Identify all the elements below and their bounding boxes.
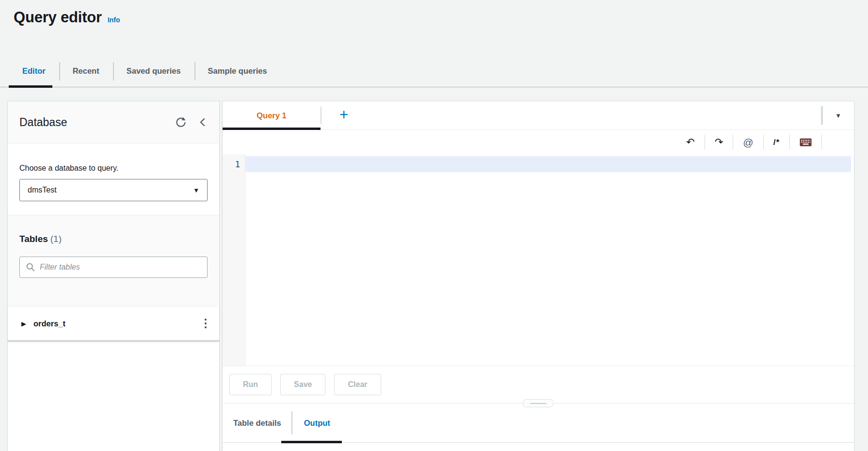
tab-recent[interactable]: Recent — [59, 55, 113, 87]
collapse-panel-button[interactable] — [196, 115, 209, 129]
panel-resize-handle[interactable] — [523, 399, 554, 407]
chevron-down-icon: ▼ — [835, 112, 841, 119]
page-header: Query editor Info — [0, 0, 868, 26]
keyboard-shortcuts-button[interactable] — [800, 138, 812, 146]
editor-toolbar: ↶ ↷ @ /* — [223, 130, 854, 154]
divider — [705, 135, 705, 149]
query-panel: Query 1 + ▼ ↶ ↷ @ /* — [222, 101, 854, 451]
editor-content[interactable] — [245, 154, 854, 366]
active-line-highlight — [245, 156, 851, 172]
comment-icon: /* — [773, 138, 780, 146]
mention-button[interactable]: @ — [743, 137, 753, 147]
filter-tables-input[interactable] — [40, 263, 201, 272]
tab-output[interactable]: Output — [292, 403, 342, 442]
redo-button[interactable]: ↷ — [715, 137, 723, 147]
sql-editor[interactable]: 1 — [223, 154, 854, 366]
filter-tables-box — [19, 257, 208, 278]
database-panel-header: Database — [8, 101, 219, 144]
divider — [821, 106, 823, 125]
add-query-tab-button[interactable]: + — [338, 107, 350, 124]
redo-icon: ↷ — [715, 137, 723, 147]
info-link[interactable]: Info — [108, 16, 120, 24]
line-number: 1 — [235, 160, 240, 169]
divider — [763, 135, 764, 149]
database-select[interactable]: dmsTest ▼ — [19, 179, 208, 201]
undo-icon: ↶ — [686, 137, 695, 147]
editor-actions: Run Save Clear — [223, 366, 854, 403]
keyboard-icon — [800, 138, 812, 146]
page-title: Query editor — [14, 9, 102, 26]
search-icon — [26, 262, 35, 272]
divider — [821, 135, 822, 149]
at-symbol-icon: @ — [743, 137, 753, 147]
drag-handle-grip — [530, 403, 547, 404]
chevron-down-icon: ▼ — [193, 187, 199, 193]
tables-heading: Tables(1) — [19, 234, 208, 244]
tab-overflow-menu-button[interactable]: ▼ — [833, 111, 843, 121]
database-select-value: dmsTest — [28, 186, 57, 194]
divider — [789, 135, 790, 149]
divider — [321, 107, 321, 124]
divider — [733, 135, 733, 149]
choose-database-label: Choose a database to query. — [19, 164, 208, 173]
undo-button[interactable]: ↶ — [686, 137, 695, 147]
save-button[interactable]: Save — [280, 374, 325, 395]
refresh-button[interactable] — [174, 115, 188, 129]
refresh-icon — [175, 116, 187, 129]
table-row-orders-t[interactable]: ▶ orders_t — [8, 306, 219, 341]
chevron-left-icon — [197, 116, 209, 128]
tab-sample-queries[interactable]: Sample queries — [194, 55, 281, 87]
tab-saved-queries[interactable]: Saved queries — [113, 55, 194, 87]
tab-table-details[interactable]: Table details — [233, 403, 291, 442]
database-panel: Database Choose a database to qu — [7, 101, 220, 451]
database-panel-title: Database — [19, 116, 67, 129]
comment-button[interactable]: /* — [773, 138, 780, 146]
tables-count: (1) — [50, 234, 62, 244]
database-panel-body: Choose a database to query. dmsTest ▼ — [8, 144, 219, 201]
query-tab-1[interactable]: Query 1 — [223, 101, 321, 129]
query-tab-bar: Query 1 + ▼ — [223, 101, 854, 130]
table-name: orders_t — [33, 319, 65, 328]
run-button[interactable]: Run — [229, 374, 272, 395]
editor-gutter: 1 — [223, 154, 245, 366]
top-nav-tabs: Editor Recent Saved queries Sample queri… — [0, 55, 868, 87]
clear-button[interactable]: Clear — [334, 374, 381, 395]
tables-section: Tables(1) — [8, 215, 219, 306]
tab-editor[interactable]: Editor — [9, 55, 59, 87]
expand-right-icon[interactable]: ▶ — [21, 321, 26, 327]
result-tabs: Table details Output — [223, 403, 854, 443]
kebab-menu-icon[interactable] — [202, 316, 209, 331]
